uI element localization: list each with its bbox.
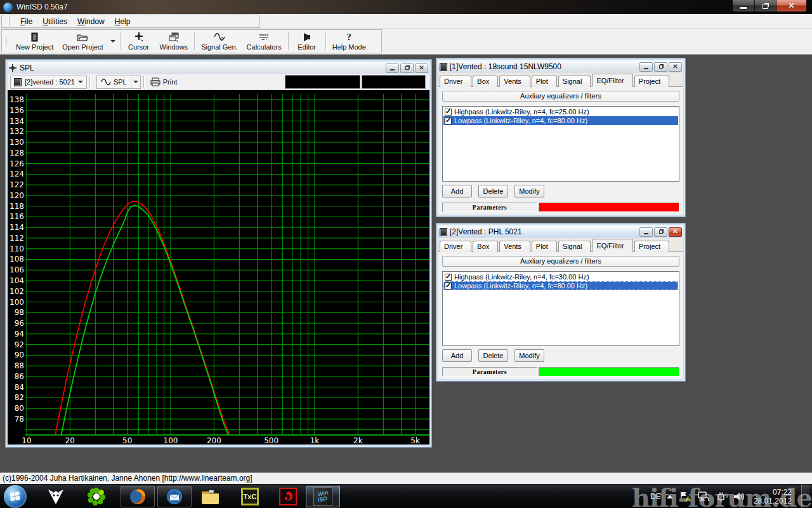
aux-equalizers-header: Auxliary equalizers / filters [442, 91, 679, 102]
taskbar-media-player-button[interactable] [278, 486, 298, 507]
safely-remove-hardware-icon[interactable] [716, 491, 727, 502]
tab-project[interactable]: Project [634, 241, 669, 252]
close-button[interactable]: ✕ [776, 0, 807, 12]
tab-box[interactable]: Box [473, 76, 498, 87]
menu-help[interactable]: Help [110, 16, 136, 27]
project1-maximize-button[interactable] [654, 62, 667, 72]
project2-maximize-button[interactable] [654, 227, 667, 237]
tab-signal[interactable]: Signal [558, 241, 591, 252]
windows-cascade-icon [168, 32, 180, 42]
volume-icon[interactable] [733, 491, 745, 502]
project2-titlebar[interactable]: [2]Vented : PHL 5021 ✕ [438, 225, 683, 238]
taskbar-firefox-button[interactable] [121, 486, 155, 507]
svg-text:134: 134 [10, 117, 24, 126]
svg-text:116: 116 [10, 212, 24, 221]
tab-vents[interactable]: Vents [499, 76, 530, 87]
taskbar-explorer-button[interactable] [200, 486, 221, 507]
network-icon[interactable] [697, 491, 710, 502]
clock[interactable]: 07:22 28.01.2012 [754, 488, 792, 505]
parameters-label: Parameters [442, 367, 537, 377]
svg-text:108: 108 [10, 255, 24, 264]
clock-date: 28.01.2012 [754, 497, 792, 505]
tab-eq-filter[interactable]: EQ/Filter [592, 239, 632, 252]
tab-box[interactable]: Box [473, 241, 498, 252]
checkbox-checked-icon[interactable] [445, 283, 452, 290]
windows-button[interactable]: Windows [155, 30, 193, 53]
minimize-button[interactable] [732, 0, 755, 12]
taskbar-thunderbird-button[interactable] [157, 486, 192, 507]
svg-text:100: 100 [164, 436, 178, 444]
spl-close-button[interactable]: ✕ [415, 64, 428, 73]
spl-chart[interactable]: 1381361341321301281261241221201181161141… [8, 90, 429, 444]
modify-button[interactable]: Modify [514, 185, 544, 197]
editor-button[interactable]: Editor [291, 30, 324, 53]
filter-item-highpass[interactable]: Highpass (Linkwitz-Riley, n=4, fc=30.00 … [443, 272, 678, 281]
show-hidden-icons-icon[interactable] [667, 495, 673, 498]
open-project-dropdown[interactable] [108, 30, 118, 53]
restore-button[interactable] [755, 0, 776, 12]
action-center-flag-icon[interactable] [679, 491, 691, 502]
taskbar-foobar2000-button[interactable] [46, 486, 66, 507]
svg-text:122: 122 [10, 180, 24, 189]
add-button[interactable]: Add [442, 349, 472, 362]
plot-type-dropdown[interactable] [131, 76, 140, 88]
svg-text:50: 50 [122, 436, 132, 444]
delete-button[interactable]: Delete [478, 185, 508, 197]
spl-maximize-button[interactable] [400, 64, 414, 73]
parameters-statusbar: Parameters [442, 367, 679, 377]
new-project-button[interactable]: New Project [11, 30, 58, 53]
tab-eq-filter[interactable]: EQ/Filter [592, 74, 632, 87]
tab-signal[interactable]: Signal [558, 76, 591, 87]
calculators-button[interactable]: Calculators [242, 30, 286, 53]
delete-button[interactable]: Delete [478, 349, 508, 362]
filter-item-lowpass[interactable]: Lowpass (Linkwitz-Riley, n=4, fc=80.00 H… [443, 281, 678, 290]
checkbox-checked-icon[interactable] [445, 117, 452, 124]
tab-plot[interactable]: Plot [532, 76, 557, 87]
open-project-button[interactable]: Open Project [58, 30, 107, 53]
speaker-icon [301, 32, 313, 42]
project1-close-button[interactable]: ✕ [669, 62, 682, 72]
project1-titlebar[interactable]: [1]Vented : 18sound 15NLW9500 ✕ [438, 60, 683, 73]
toolbar-grip2[interactable] [4, 37, 6, 46]
taskbar-icq-button[interactable] [86, 486, 107, 507]
tab-project[interactable]: Project [634, 76, 669, 87]
show-desktop-button[interactable] [801, 485, 809, 508]
taskbar-texniccenter-button[interactable]: TxC [240, 486, 260, 507]
help-mode-button[interactable]: ? Help Mode [328, 30, 370, 53]
checkbox-checked-icon[interactable] [445, 274, 452, 281]
project2-minimize-button[interactable] [639, 227, 653, 237]
filter-item-lowpass[interactable]: Lowpass (Linkwitz-Riley, n=4, fc=80.00 H… [443, 116, 678, 125]
tab-driver[interactable]: Driver [440, 76, 471, 87]
menu-file[interactable]: File [15, 16, 37, 27]
tab-driver[interactable]: Driver [440, 241, 471, 252]
spl-window-titlebar[interactable]: SPL ✕ [8, 62, 429, 74]
plot-type-button[interactable]: SPL [97, 76, 131, 89]
start-button[interactable] [4, 485, 27, 508]
menu-bar: File Utilities Window Help [0, 14, 812, 29]
texniccenter-icon: TxC [241, 488, 259, 505]
tab-plot[interactable]: Plot [532, 241, 557, 252]
windows-flag-icon [10, 491, 20, 502]
menu-utilities[interactable]: Utilities [37, 16, 72, 27]
cursor-button[interactable]: Cursor [122, 30, 155, 53]
project2-close-button[interactable]: ✕ [669, 227, 682, 237]
tab-vents[interactable]: Vents [499, 241, 530, 252]
taskbar-winisd-button[interactable]: Win ISD [306, 486, 340, 507]
signal-gen-button[interactable]: Signal Gen. [197, 30, 242, 53]
project1-minimize-button[interactable] [639, 62, 653, 72]
add-button[interactable]: Add [442, 185, 472, 197]
spl-chart-svg[interactable]: 1381361341321301281261241221201181161141… [8, 90, 429, 444]
modify-button[interactable]: Modify [514, 349, 544, 362]
parameters-label: Parameters [442, 203, 537, 212]
filter-item-highpass[interactable]: Highpass (Linkwitz-Riley, n=4, fc=25.00 … [443, 107, 678, 116]
filter-list[interactable]: Highpass (Linkwitz-Riley, n=4, fc=25.00 … [442, 106, 679, 182]
spl-minimize-button[interactable] [386, 64, 399, 73]
checkbox-checked-icon[interactable] [445, 109, 452, 116]
language-indicator[interactable]: DE [650, 492, 661, 501]
menu-window[interactable]: Window [72, 16, 110, 27]
filter-list[interactable]: Highpass (Linkwitz-Riley, n=4, fc=30.00 … [442, 271, 679, 346]
toolbar-grip[interactable] [8, 17, 10, 26]
print-button[interactable]: Print [147, 76, 181, 89]
svg-text:130: 130 [10, 138, 24, 147]
project-selector-combobox[interactable]: [2]vented : 5021 [10, 76, 87, 89]
